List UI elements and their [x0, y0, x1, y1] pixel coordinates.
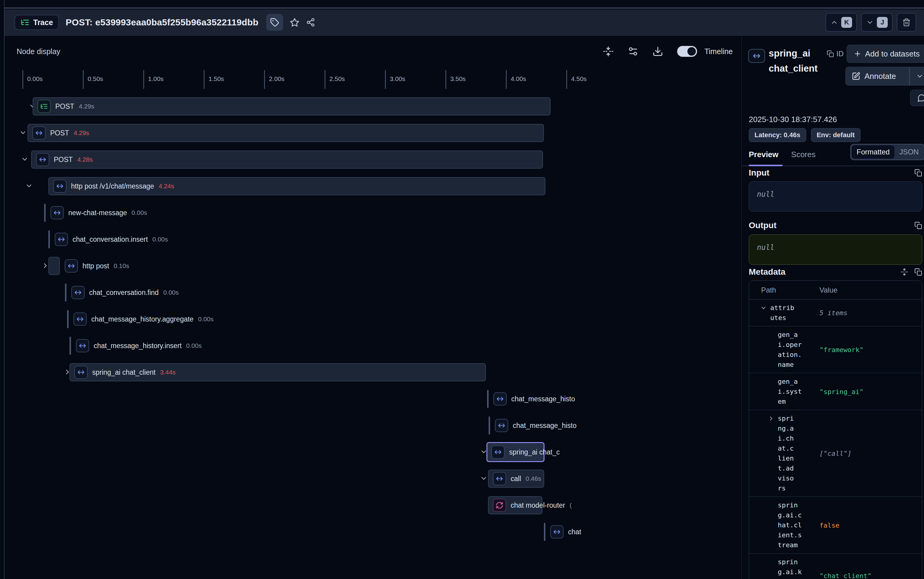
span-type-button[interactable] — [748, 49, 765, 63]
row-expand-chevron[interactable] — [480, 474, 488, 482]
tab-preview[interactable]: Preview — [749, 150, 779, 164]
annotate-split-button[interactable]: Annotate — [846, 67, 924, 85]
input-value: null — [757, 190, 774, 198]
tick-label: 4.00s — [511, 75, 526, 84]
metadata-expand-chevron[interactable] — [768, 414, 778, 422]
span-icon — [496, 475, 503, 483]
table-row[interactable]: POST 4.29s — [5, 120, 586, 146]
delete-trace-button[interactable] — [897, 13, 916, 32]
metadata-expand-chevron[interactable] — [760, 303, 770, 311]
nav-down-button[interactable]: J — [861, 13, 893, 32]
span-label: spring_ai chat_client — [92, 368, 156, 376]
tags-button[interactable] — [266, 14, 283, 31]
table-row[interactable]: spring_ai chat_c — [5, 439, 586, 465]
output-value-box: null — [749, 234, 922, 265]
span-duration-bar[interactable] — [487, 390, 488, 408]
span-icon — [498, 422, 506, 429]
row-expand-chevron[interactable] — [21, 155, 29, 163]
download-button[interactable] — [652, 46, 663, 57]
span-duration-bar[interactable] — [48, 257, 60, 275]
metadata-path: spring.ai.chat.client.stream — [778, 500, 802, 550]
collapse-all-button[interactable] — [603, 46, 614, 57]
span-duration-bar[interactable] — [28, 124, 544, 142]
span-duration-bar[interactable] — [70, 337, 71, 355]
span-label: chat_message_history.insert — [94, 342, 181, 350]
badges-row: Latency: 0.46s Env: default — [749, 128, 860, 142]
annotate-dropdown-button[interactable] — [910, 72, 924, 80]
copy-icon[interactable] — [914, 268, 922, 276]
metadata-path: gen_ai.operation.name — [778, 330, 802, 370]
format-formatted[interactable]: Formatted — [852, 146, 895, 159]
timeline-toggle[interactable] — [677, 46, 697, 57]
table-row[interactable]: http post 0.10s — [5, 253, 586, 279]
span-duration-bar[interactable] — [488, 416, 490, 435]
span-duration: 0.10s — [114, 262, 129, 270]
span-icon — [76, 315, 84, 323]
annotate-button[interactable]: Annotate — [846, 67, 909, 85]
metadata-value: "spring_ai" — [820, 388, 864, 395]
metadata-value: "chat_client" — [820, 572, 872, 579]
add-to-datasets-button[interactable]: Add to datasets — [847, 45, 924, 63]
table-row[interactable]: chat_message_histo — [5, 386, 586, 412]
id-label: ID — [836, 49, 844, 58]
span-label: chat_conversation.find — [89, 289, 158, 297]
table-row[interactable]: chat_message_history.aggregate 0.00s — [5, 306, 586, 332]
table-row[interactable]: chat_conversation.find 0.00s — [5, 279, 586, 306]
copy-id-button[interactable]: ID — [827, 49, 844, 58]
fold-vertical-icon — [603, 46, 614, 57]
nav-up-button[interactable]: K — [826, 13, 857, 32]
span-duration-bar[interactable] — [48, 230, 50, 249]
span-icon-box — [76, 339, 89, 352]
format-json[interactable]: JSON — [895, 146, 923, 159]
node-display-title: Node display — [16, 47, 60, 56]
span-duration-bar[interactable] — [33, 97, 550, 115]
display-settings-button[interactable] — [628, 46, 638, 57]
table-row[interactable]: chat_conversation.insert 0.00s — [5, 226, 586, 253]
row-expand-chevron[interactable] — [19, 129, 27, 137]
span-duration-bar[interactable] — [31, 150, 543, 168]
metadata-row: gen_ai.operation.name "framework" — [749, 326, 922, 373]
plus-icon — [854, 50, 862, 58]
page-title: POST: e539993eaa0ba5f255b96a3522119dbb — [65, 17, 258, 28]
toggle-knob — [687, 47, 696, 56]
table-row[interactable]: POST 4.29s — [5, 93, 586, 120]
span-duration-bar[interactable] — [44, 204, 46, 222]
table-row[interactable]: new-chat-message 0.00s — [5, 200, 586, 226]
table-row[interactable]: chat_message_histo — [5, 412, 586, 439]
table-row[interactable]: chat model-router ( — [5, 492, 586, 518]
metadata-table-header: Path Value — [749, 281, 922, 299]
comments-button[interactable] — [910, 90, 924, 106]
span-duration-bar[interactable] — [65, 283, 67, 302]
metadata-value: 5 items — [820, 309, 847, 317]
metadata-heading: Metadata — [749, 267, 785, 277]
add-to-datasets-label: Add to datasets — [865, 49, 920, 59]
pen-square-icon — [852, 72, 860, 80]
span-duration-bar[interactable] — [67, 310, 69, 328]
span-duration: 0.00s — [198, 316, 213, 323]
share-button[interactable] — [306, 18, 315, 27]
content-area: Node display Timeline 0.00s 0.50s — [5, 36, 924, 579]
table-row[interactable]: chat — [5, 518, 586, 545]
column-value: Value — [820, 286, 837, 294]
table-row[interactable]: call 0.46s — [5, 465, 586, 492]
tag-icon — [270, 18, 279, 27]
span-icon — [57, 236, 65, 243]
list-tree-icon — [21, 18, 29, 27]
output-value: null — [757, 243, 774, 252]
row-expand-chevron[interactable] — [25, 182, 33, 190]
tab-scores[interactable]: Scores — [791, 150, 816, 164]
copy-icon[interactable] — [914, 169, 922, 177]
table-row[interactable]: http post /v1/chat/message 4.24s — [5, 173, 586, 200]
table-row[interactable]: POST 4.28s — [5, 146, 586, 173]
metadata-section-header: Metadata — [749, 267, 922, 277]
table-row[interactable]: spring_ai chat_client 3.44s — [5, 359, 586, 386]
copy-icon[interactable] — [914, 221, 922, 229]
span-label: call — [511, 475, 521, 483]
unfold-vertical-icon[interactable] — [900, 268, 908, 276]
span-duration-bar[interactable] — [544, 523, 545, 541]
span-label: POST — [55, 103, 74, 111]
bookmark-button[interactable] — [290, 18, 299, 27]
span-icon — [77, 368, 85, 376]
keyboard-shortcut-k: K — [841, 17, 852, 28]
table-row[interactable]: chat_message_history.insert 0.00s — [5, 332, 586, 359]
